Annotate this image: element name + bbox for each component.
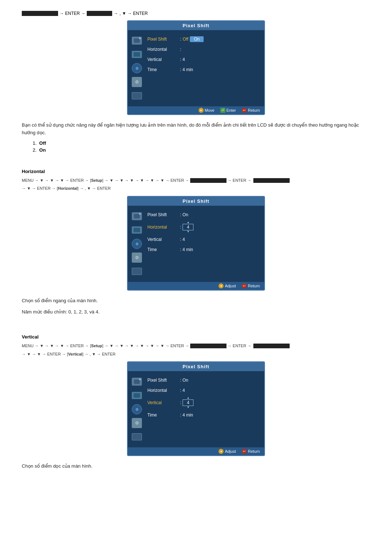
menu-footer-3: ● Adjust ↩ Return [128, 447, 264, 455]
section-vertical: Vertical [22, 334, 370, 340]
label-horizontal-1: Horizontal [147, 47, 180, 52]
screen-2-container: Pixel Shift ⚙ ⚙ [22, 196, 370, 291]
value-h-3: : 4 [180, 388, 185, 393]
nav-v-block1 [190, 344, 226, 348]
arrow-down-h[interactable]: ▼ [187, 230, 189, 233]
value-v-3: : ▲ 4 ▼ [180, 397, 193, 409]
label-ps-3: Pixel Shift [147, 378, 180, 383]
return-icon-1: ↩ [242, 108, 247, 113]
screen-1-container: Pixel Shift ⚙ ⚙ [22, 20, 370, 115]
label-time-1: Time [147, 67, 180, 72]
footer-return-2: ↩ Return [242, 283, 260, 288]
body-text-3: Năm mức điều chỉnh: 0, 1, 2, 3, và 4. [22, 308, 370, 316]
arrow-up-h[interactable]: ▲ [187, 221, 189, 224]
label-t-3: Time [147, 413, 180, 418]
menu-content-1: ⚙ ⚙ Pixel Shift : Off On [128, 30, 264, 106]
nav-h-part1: MENU → ▼ → ▼ → ▼ → ENTER → [Setup] → ▼ →… [22, 177, 189, 184]
menu-row-t-2: Time : 4 min [147, 246, 260, 254]
value-horizontal-1: : [180, 47, 181, 52]
enter-label-1: Enter [226, 108, 236, 112]
body-text-4: Chọn số điểm dọc của màn hình. [22, 463, 370, 470]
arrow-up-v[interactable]: ▲ [187, 397, 189, 399]
menu-box-2: Pixel Shift ⚙ ⚙ [127, 196, 265, 291]
nav-block-2 [87, 11, 112, 16]
enter-icon-1: ⏎ [220, 108, 225, 113]
label-vertical-1: Vertical [147, 57, 180, 62]
adjust-label-3: Adjust [225, 449, 236, 454]
label-h-3: Horizontal [147, 388, 180, 393]
menu-rows-2: Pixel Shift : On Horizontal : ▲ 4 ▼ Vert… [146, 209, 264, 279]
value-pixelshift-1: : Off On [180, 36, 204, 42]
menu-box-3: Pixel Shift ⚙ ⚙ [127, 361, 265, 456]
body-text-1: Bạn có thể sử dụng chức năng này để ngăn… [22, 122, 370, 137]
icon-settings-2: ⚙ [131, 252, 142, 263]
value-on-highlight: On [190, 36, 204, 42]
icon-camera-2 [131, 211, 142, 222]
nav-path-vertical: MENU → ▼ → ▼ → ▼ → ENTER → [Setup] → ▼ →… [22, 342, 370, 358]
label-ps-2: Pixel Shift [147, 212, 180, 217]
nav-h-block1 [190, 178, 226, 183]
nav-v-block2 [253, 344, 290, 348]
return-label-3: Return [248, 449, 260, 454]
label-v-3: Vertical [147, 400, 180, 405]
list-item-1-text: Off [39, 140, 46, 146]
nav-block-1 [22, 11, 58, 16]
label-v-2: Vertical [147, 237, 180, 242]
menu-row-ps-3: Pixel Shift : On [147, 376, 260, 384]
return-label-1: Return [248, 108, 260, 112]
value-ps-2: : On [180, 212, 188, 217]
menu-title-2: Pixel Shift [128, 197, 264, 206]
move-icon-1: ● [199, 108, 204, 113]
h-value-arrows: ▲ 4 ▼ [183, 221, 193, 233]
menu-icons-1: ⚙ ⚙ [128, 33, 146, 103]
menu-rows-1: Pixel Shift : Off On Horizontal : Vertic… [146, 33, 264, 103]
list-item-2: 2. On [33, 147, 370, 153]
menu-content-2: ⚙ ⚙ Pixel Shift : On Horizontal : [128, 206, 264, 282]
nav-path-horizontal: MENU → ▼ → ▼ → ▼ → ENTER → [Setup] → ▼ →… [22, 177, 370, 193]
nav-h-part2: → ▼ → ENTER → [Horizontal] → , ▼ → ENTER [22, 185, 111, 192]
icon-card-2 [131, 225, 142, 235]
footer-adjust-2: ● Adjust [219, 283, 236, 288]
value-t-2: : 4 min [180, 247, 193, 252]
menu-row-vertical-1: Vertical : 4 [147, 56, 260, 63]
label-h-2: Horizontal [147, 225, 180, 230]
arrow-down-v[interactable]: ▼ [187, 406, 189, 409]
menu-row-horizontal-1: Horizontal : [147, 45, 260, 53]
nav-arrow-1: → ENTER → [60, 11, 85, 16]
section-horizontal: Horizontal [22, 169, 370, 174]
menu-content-3: ⚙ ⚙ Pixel Shift : On Horizontal : 4 [128, 371, 264, 447]
menu-row-t-3: Time : 4 min [147, 411, 260, 419]
icon-settings-3: ⚙ [131, 418, 142, 428]
footer-enter-1: ⏎ Enter [220, 108, 236, 113]
nav-v-part2: → ▼ → ▼ → ENTER → [Vertical] → , ▼ → ENT… [22, 351, 115, 358]
value-h-2: : ▲ 4 ▼ [180, 221, 193, 233]
menu-row-h-3: Horizontal : 4 [147, 386, 260, 394]
nav-path-1: → ENTER → → , ▼ → ENTER [22, 11, 370, 16]
adjust-icon-2: ● [219, 283, 224, 288]
icon-card-3 [131, 390, 142, 401]
icon-settings: ⚙ [131, 77, 142, 87]
value-off: Off [183, 37, 188, 42]
menu-icons-2: ⚙ ⚙ [128, 209, 146, 279]
menu-icons-3: ⚙ ⚙ [128, 374, 146, 444]
list-item-2-text: On [39, 147, 46, 153]
menu-row-h-2: Horizontal : ▲ 4 ▼ [147, 221, 260, 233]
footer-adjust-3: ● Adjust [219, 449, 236, 454]
value-vertical-1: : 4 [180, 57, 185, 62]
icon-circle-gear-2: ⚙ [131, 238, 142, 249]
menu-box-1: Pixel Shift ⚙ ⚙ [127, 20, 265, 115]
icon-display [131, 90, 142, 101]
icon-circle-gear-3: ⚙ [131, 404, 142, 415]
menu-footer-2: ● Adjust ↩ Return [128, 282, 264, 290]
footer-return-3: ↩ Return [242, 449, 260, 454]
nav-v-arrow1: → ENTER → [228, 342, 251, 350]
label-pixelshift-1: Pixel Shift [147, 37, 180, 42]
nav-arrow-2: → [114, 11, 118, 16]
return-icon-3: ↩ [242, 449, 247, 454]
icon-circle-gear: ⚙ [131, 63, 142, 74]
menu-footer-1: ● Move ⏎ Enter ↩ Return [128, 106, 264, 114]
footer-return-1: ↩ Return [242, 108, 260, 113]
nav-h-block2 [253, 178, 290, 183]
menu-row-time-1: Time : 4 min [147, 66, 260, 74]
value-time-1: : 4 min [180, 67, 193, 72]
